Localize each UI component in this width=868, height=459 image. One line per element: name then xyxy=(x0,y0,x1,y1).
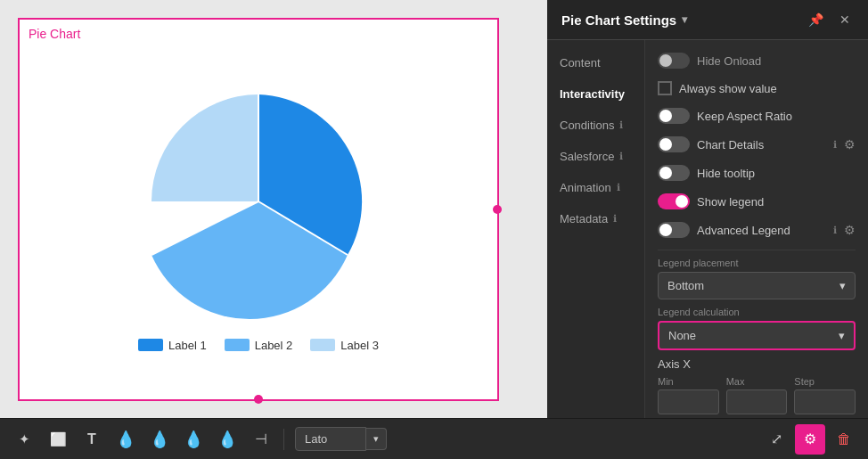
nav-item-conditions[interactable]: Conditions ℹ xyxy=(547,110,644,141)
keep-aspect-ratio-row: Keep Aspect Ratio xyxy=(658,102,856,130)
legend-item-2: Label 2 xyxy=(225,339,293,352)
conditions-info-icon: ℹ xyxy=(619,119,623,131)
settings-header: Pie Chart Settings ▾ 📌 ✕ xyxy=(547,0,868,40)
keep-aspect-ratio-label: Keep Aspect Ratio xyxy=(697,110,856,123)
legend-label-3: Label 3 xyxy=(340,339,379,352)
always-show-value-label: Always show value xyxy=(679,82,856,95)
chart-details-gear-icon[interactable]: ⚙ xyxy=(844,137,856,152)
advanced-legend-gear-icon[interactable]: ⚙ xyxy=(844,223,856,237)
settings-title: Pie Chart Settings ▾ xyxy=(561,12,687,28)
show-legend-label: Show legend xyxy=(697,195,856,209)
legend-placement-chevron-icon: ▾ xyxy=(839,279,846,292)
legend-label-2: Label 2 xyxy=(255,339,293,352)
pie-chart-svg-wrapper xyxy=(125,86,392,330)
legend-placement-section-label: Legend placement xyxy=(658,258,856,268)
axis-max-label: Max xyxy=(726,376,788,387)
align-tool-button[interactable]: ⊣ xyxy=(246,424,276,455)
nav-item-interactivity[interactable]: Interactivity xyxy=(547,78,644,110)
settings-header-icons: 📌 ✕ xyxy=(805,11,854,29)
frame-tool-button[interactable]: ⬜ xyxy=(43,424,73,455)
font-dropdown-button[interactable]: ▾ xyxy=(366,428,387,450)
advanced-legend-label: Advanced Legend xyxy=(697,224,824,237)
axis-min-label: Min xyxy=(658,376,719,387)
hide-onload-toggle[interactable] xyxy=(658,53,690,69)
legend-label-1: Label 1 xyxy=(168,339,207,352)
axis-step-label: Step xyxy=(794,376,856,387)
legend-item-1: Label 1 xyxy=(138,339,207,352)
keep-aspect-ratio-toggle[interactable] xyxy=(658,108,690,124)
settings-body: Content Interactivity Conditions ℹ Sales… xyxy=(547,40,868,418)
hide-tooltip-row: Hide tooltip xyxy=(658,159,856,187)
legend-placement-dropdown[interactable]: Bottom ▾ xyxy=(658,272,856,299)
chart-details-row: Chart Details ℹ ⚙ xyxy=(658,130,856,159)
chart-details-info-icon: ℹ xyxy=(833,139,837,151)
animation-info-icon: ℹ xyxy=(617,182,620,193)
axis-x-section: Axis X Min Max Step xyxy=(658,357,856,414)
hide-onload-row: Hide Onload xyxy=(658,49,856,75)
settings-panel: Pie Chart Settings ▾ 📌 ✕ Content Interac… xyxy=(547,0,868,418)
settings-active-button[interactable]: ⚙ xyxy=(795,424,825,455)
chart-legend: Label 1 Label 2 Label 3 xyxy=(138,339,379,352)
nav-item-content[interactable]: Content xyxy=(547,47,644,78)
pie-chart-title: Pie Chart xyxy=(29,27,80,41)
chart-details-label: Chart Details xyxy=(697,138,824,152)
pointer-tool-button[interactable]: ✦ xyxy=(9,424,39,455)
hide-tooltip-label: Hide tooltip xyxy=(697,167,856,180)
legend-calculation-chevron-icon: ▾ xyxy=(839,329,845,342)
advanced-legend-info-icon: ℹ xyxy=(833,225,837,236)
hide-tooltip-toggle[interactable] xyxy=(658,165,690,181)
always-show-value-checkbox[interactable] xyxy=(658,81,672,95)
legend-item-3: Label 3 xyxy=(310,339,379,352)
font-name-display: Lato xyxy=(295,427,366,451)
legend-calculation-dropdown[interactable]: None ▾ xyxy=(658,321,856,350)
axis-max-input[interactable] xyxy=(726,389,788,414)
chart-details-toggle[interactable] xyxy=(658,136,690,152)
settings-title-chevron-icon[interactable]: ▾ xyxy=(682,13,687,26)
settings-content: Hide Onload Always show value Keep Aspec… xyxy=(645,40,868,418)
axis-step-input[interactable] xyxy=(794,389,856,414)
advanced-legend-row: Advanced Legend ℹ ⚙ xyxy=(658,216,856,244)
legend-color-2 xyxy=(225,339,250,351)
pie-chart-container[interactable]: Pie Chart xyxy=(18,18,499,401)
show-legend-toggle[interactable] xyxy=(658,193,690,209)
drop3-tool-button[interactable]: 💧 xyxy=(178,424,209,455)
axis-x-inputs: Min Max Step xyxy=(658,376,856,414)
trash-button[interactable]: 🗑 xyxy=(829,424,859,455)
advanced-legend-toggle[interactable] xyxy=(658,222,690,238)
nav-item-animation[interactable]: Animation ℹ xyxy=(547,172,644,203)
settings-nav: Content Interactivity Conditions ℹ Sales… xyxy=(547,40,645,418)
legend-calculation-value: None xyxy=(668,329,696,342)
legend-calculation-section-label: Legend calculation xyxy=(658,307,856,317)
resize-handle-right[interactable] xyxy=(493,205,502,214)
drop2-tool-button[interactable]: 💧 xyxy=(144,424,175,455)
divider-1 xyxy=(658,250,856,250)
hide-onload-label: Hide Onload xyxy=(697,54,856,68)
text-tool-button[interactable]: T xyxy=(77,424,107,455)
pin-icon[interactable]: 📌 xyxy=(805,11,827,29)
nav-item-metadata[interactable]: Metadata ℹ xyxy=(547,203,644,234)
legend-color-3 xyxy=(310,339,335,351)
external-link-button[interactable]: ⤢ xyxy=(761,424,791,455)
resize-handle-bottom[interactable] xyxy=(254,395,263,404)
font-selector: Lato ▾ xyxy=(295,427,387,451)
axis-min-group: Min xyxy=(658,376,719,414)
legend-color-1 xyxy=(138,339,163,351)
close-icon[interactable]: ✕ xyxy=(836,11,854,29)
nav-item-salesforce[interactable]: Salesforce ℹ xyxy=(547,141,644,172)
toolbar-divider xyxy=(283,429,284,450)
drop1-tool-button[interactable]: 💧 xyxy=(111,424,141,455)
drop4-tool-button[interactable]: 💧 xyxy=(212,424,242,455)
bottom-toolbar: ✦ ⬜ T 💧 💧 💧 💧 ⊣ Lato ▾ ⤢ ⚙ 🗑 xyxy=(0,418,868,459)
axis-x-label: Axis X xyxy=(658,357,856,371)
metadata-info-icon: ℹ xyxy=(613,213,617,225)
salesforce-info-icon: ℹ xyxy=(619,151,623,162)
axis-max-group: Max xyxy=(726,376,788,414)
legend-placement-value: Bottom xyxy=(667,279,704,292)
canvas-area: Pie Chart xyxy=(0,0,547,418)
always-show-value-row: Always show value xyxy=(658,75,856,102)
axis-step-group: Step xyxy=(794,376,856,414)
pie-chart-svg xyxy=(125,86,392,326)
axis-min-input[interactable] xyxy=(658,389,719,414)
show-legend-row: Show legend xyxy=(658,187,856,216)
